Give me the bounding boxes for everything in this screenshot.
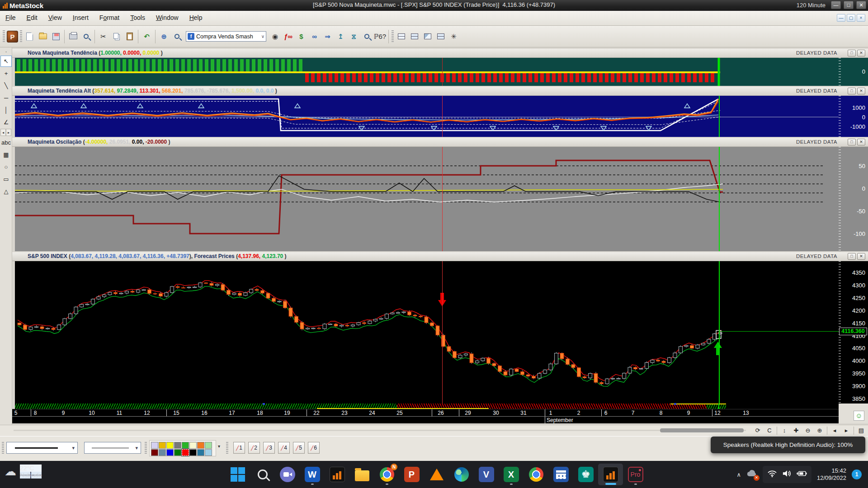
ellipse-tool[interactable]: ○	[0, 161, 12, 173]
panel-header-4[interactable]: S&P 500 INDEX (4,083.67, 4,119.28, 4,083…	[12, 252, 868, 261]
tile-vertical-button[interactable]	[408, 30, 420, 42]
chrome-profile-icon[interactable]: N	[374, 464, 399, 485]
calculator-icon[interactable]	[548, 464, 573, 485]
panel-close-button[interactable]: ✕	[857, 88, 865, 94]
chess-app-icon[interactable]: ♚	[573, 464, 598, 485]
tray-cluster[interactable]	[763, 466, 811, 483]
scroll-right-icon[interactable]: ▸	[6, 129, 11, 136]
edge-icon[interactable]	[449, 464, 474, 485]
trendline-tool[interactable]: ╲	[0, 80, 12, 91]
panel-maximize-button[interactable]: □	[848, 253, 856, 260]
triangle-tool[interactable]: △	[0, 186, 12, 197]
paste-button[interactable]	[123, 30, 136, 42]
print-preview-button[interactable]	[80, 30, 92, 42]
line-weight-combo[interactable]: ▾	[84, 442, 141, 454]
color-swatch[interactable]	[166, 442, 174, 449]
fit-vertical-button[interactable]: ↕	[778, 426, 790, 435]
copy-button[interactable]	[110, 30, 123, 42]
y-axis-panel-2[interactable]: 10000-1000	[839, 96, 868, 137]
toolbar-grip[interactable]	[226, 442, 228, 455]
pro-app-icon[interactable]: Pro	[623, 464, 648, 485]
metastock-p-button[interactable]: P	[6, 30, 19, 42]
menu-view[interactable]: View	[43, 11, 67, 21]
word-icon[interactable]: W	[300, 464, 325, 485]
menu-tools[interactable]: Tools	[125, 11, 151, 21]
metastock-icon[interactable]	[325, 464, 349, 485]
workspace-settings-button[interactable]: ✳	[448, 30, 460, 42]
color-swatch[interactable]	[151, 442, 158, 449]
color-swatch[interactable]	[205, 442, 212, 449]
panel-header-1[interactable]: Nova Maquineta Tendência (1.00000, 0.000…	[12, 49, 868, 58]
data-window-button[interactable]: ▤	[855, 426, 867, 435]
volume-icon[interactable]	[782, 469, 792, 479]
panel-maximize-button[interactable]: □	[848, 139, 856, 145]
explore-binoculars-button[interactable]: ∞	[308, 30, 321, 42]
meet-app-icon[interactable]	[275, 464, 300, 485]
scroll-left-icon[interactable]: ◂	[0, 129, 6, 136]
tile-horizontal-button[interactable]	[395, 30, 407, 42]
minimize-button[interactable]: ―	[831, 1, 841, 9]
panel-header-3[interactable]: Maquineta Oscilação (-4.00000, 26.0951, …	[12, 138, 868, 147]
crosshair-tool[interactable]: +	[0, 68, 12, 79]
zoom-button[interactable]	[171, 30, 183, 42]
maximize-button[interactable]: □	[844, 1, 854, 9]
pan-button[interactable]: ✚	[790, 426, 802, 435]
color-swatch[interactable]	[197, 449, 204, 456]
onedrive-error-icon[interactable]: ✕	[746, 469, 757, 479]
panel-header-2[interactable]: Maquineta Tendência Alt (357.614, 97.284…	[12, 87, 868, 96]
metastock-active-icon[interactable]	[598, 464, 623, 485]
panel-canvas-3[interactable]	[15, 147, 839, 251]
page-left-button[interactable]: ◂	[829, 426, 840, 435]
mdi-restore-button[interactable]: ▢	[847, 14, 855, 22]
expert-dollar-button[interactable]: $	[295, 30, 307, 42]
visio-icon[interactable]: V	[474, 464, 499, 485]
color-swatch[interactable]	[166, 449, 174, 456]
open-button[interactable]	[37, 30, 49, 42]
color-swatch[interactable]	[159, 449, 166, 456]
color-swatch[interactable]	[159, 442, 166, 449]
horizontal-scrollbar-thumb[interactable]	[660, 428, 744, 432]
file-explorer-icon[interactable]	[349, 464, 374, 485]
menu-edit[interactable]: Edit	[21, 11, 43, 21]
explorer-globe-button[interactable]: ◉	[269, 30, 281, 42]
layout-button-6[interactable]: ╱6	[308, 442, 320, 454]
color-swatch[interactable]	[189, 449, 197, 456]
strategy-combo[interactable]: fCompra Venda Smash∨	[186, 31, 266, 42]
color-swatch[interactable]	[174, 449, 181, 456]
wifi-icon[interactable]	[767, 469, 777, 479]
mdi-minimize-button[interactable]: —	[837, 14, 845, 22]
undo-button[interactable]: ↶	[141, 30, 153, 42]
forecaster-arrow-button[interactable]: ⇒	[321, 30, 334, 42]
palette-dropdown-icon[interactable]: ▾	[218, 444, 220, 449]
layout-button-2[interactable]: ╱2	[248, 442, 260, 454]
toolbar-grip[interactable]	[145, 442, 147, 455]
grid-tool[interactable]: ▦	[0, 149, 12, 160]
battery-icon[interactable]	[796, 470, 807, 479]
y-axis-panel-3[interactable]: 500-50-100	[839, 147, 868, 251]
date-axis[interactable]: 5891011121516171819222324252629303112678…	[12, 409, 839, 416]
toolbar-handle[interactable]: ▪	[0, 48, 12, 55]
new-chart-button[interactable]	[24, 30, 36, 42]
horizontal-line-tool[interactable]: ─	[0, 92, 12, 103]
toolbar-grip[interactable]	[2, 442, 4, 455]
tray-chevron-icon[interactable]: ∧	[736, 471, 741, 478]
menu-insert[interactable]: Insert	[67, 11, 94, 21]
downloader-button[interactable]: ↥	[335, 30, 347, 42]
chrome-icon[interactable]	[524, 464, 548, 485]
print-button[interactable]	[67, 30, 79, 42]
layout-button-1[interactable]: ╱1	[233, 442, 245, 454]
layout-button-5[interactable]: ╱5	[293, 442, 305, 454]
menu-window[interactable]: Window	[151, 11, 184, 21]
layout-button-3[interactable]: ╱3	[263, 442, 275, 454]
refresh-chart-button[interactable]: ⟳	[752, 426, 764, 435]
panel-maximize-button[interactable]: □	[848, 50, 856, 56]
angle-tool[interactable]: ∠	[0, 117, 12, 128]
weather-widget[interactable]: ☁ 22°C Nublado	[5, 465, 42, 479]
layout-button-4[interactable]: ╱4	[278, 442, 290, 454]
menu-help[interactable]: Help	[184, 11, 208, 21]
indicator-fx-button[interactable]: ƒ∞	[282, 30, 294, 42]
refresh-data-button[interactable]: ⧖	[348, 30, 360, 42]
color-swatch[interactable]	[182, 449, 189, 456]
help-pointer-button[interactable]: ℙ6?	[374, 30, 386, 42]
vertical-line-tool[interactable]: │	[0, 104, 12, 116]
